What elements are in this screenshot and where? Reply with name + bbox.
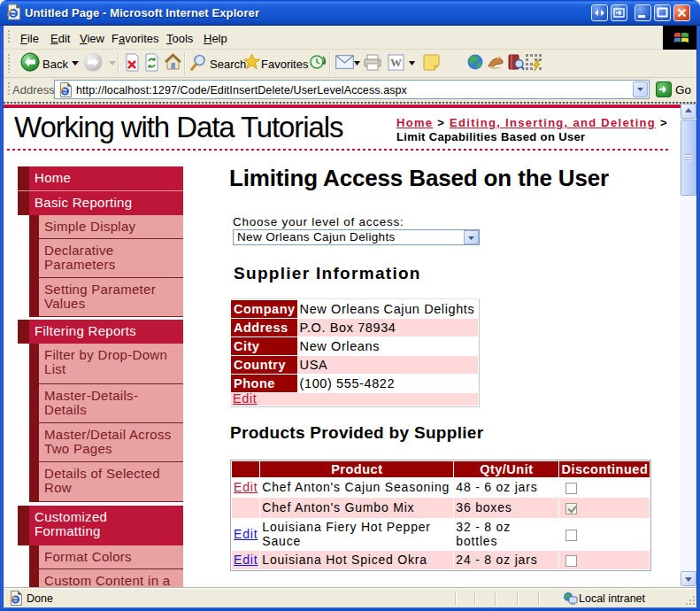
svg-text:W: W	[390, 56, 402, 69]
